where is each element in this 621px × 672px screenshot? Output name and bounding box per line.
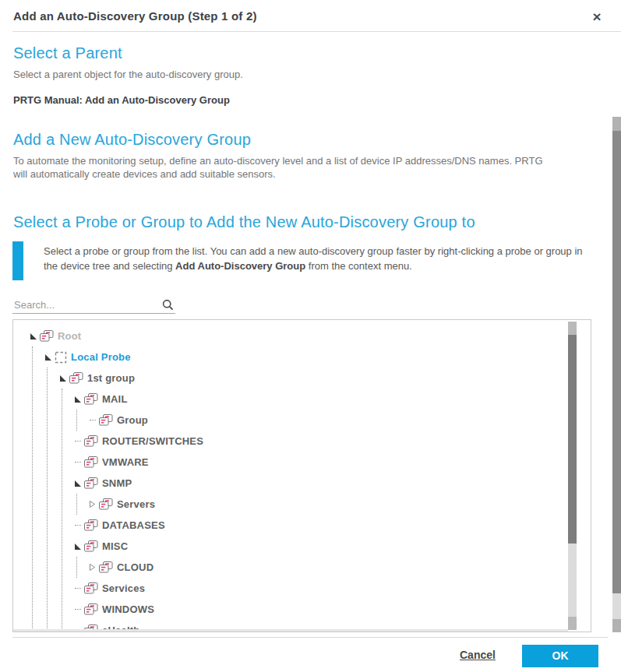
tree-scrollbar-track[interactable]	[568, 544, 577, 617]
group-icon	[69, 372, 83, 384]
tree-elbow-connector	[73, 515, 82, 536]
info-text-bold: Add Auto-Discovery Group	[175, 260, 305, 272]
collapse-icon[interactable]	[44, 347, 52, 368]
collapse-icon[interactable]	[73, 389, 82, 410]
search-input[interactable]	[12, 299, 145, 311]
tree-item-mail[interactable]: MAIL	[73, 389, 591, 410]
group-icon	[84, 393, 98, 405]
tree-scrollbar-top-cap[interactable]	[568, 322, 577, 335]
group-icon	[84, 540, 98, 552]
page-scrollbar-top-cap[interactable]	[612, 117, 621, 131]
tree-node-label[interactable]: MAIL	[102, 393, 128, 405]
page-scrollbar-track[interactable]	[612, 593, 621, 619]
collapse-icon[interactable]	[29, 325, 37, 347]
add-group-description: To automate the monitoring setup, define…	[13, 154, 551, 181]
section-heading-add-group: Add a New Auto-Discovery Group	[13, 131, 251, 149]
tree-scrollbar-thumb[interactable]	[568, 335, 577, 544]
device-tree: RootLocal Probe1st groupMAILGroupROUTER/…	[13, 320, 591, 632]
tree-node-label[interactable]: ROUTER/SWITCHES	[102, 435, 203, 447]
page-scrollbar[interactable]	[612, 117, 621, 632]
group-icon	[99, 561, 113, 573]
close-icon[interactable]: ×	[587, 8, 606, 26]
group-icon	[99, 498, 113, 510]
tree-item-router-switches[interactable]: ROUTER/SWITCHES	[73, 431, 591, 452]
group-icon	[84, 582, 98, 594]
info-box: Select a probe or group from the list. Y…	[12, 241, 589, 280]
tree-item-services[interactable]: Services	[73, 578, 591, 599]
page-scrollbar-bottom-cap[interactable]	[612, 619, 621, 632]
info-text-after: from the context menu.	[305, 260, 412, 272]
tree-item-databases[interactable]: DATABASES	[73, 515, 591, 536]
tree-node-label[interactable]: Servers	[117, 498, 155, 510]
group-icon	[84, 477, 98, 489]
tree-elbow-connector	[73, 452, 82, 473]
group-icon	[84, 519, 98, 531]
tree-node-label[interactable]: Services	[102, 582, 145, 594]
tree-elbow-connector	[73, 578, 82, 599]
device-tree-panel[interactable]: RootLocal Probe1st groupMAILGroupROUTER/…	[12, 319, 591, 632]
tree-item-local-probe[interactable]: Local Probe	[44, 347, 591, 368]
tree-node-label[interactable]: MISC	[102, 540, 128, 552]
dialog-title: Add an Auto-Discovery Group (Step 1 of 2…	[13, 9, 257, 23]
tree-item-1st-group[interactable]: 1st group	[58, 368, 591, 389]
tree-item-cloud[interactable]: CLOUD	[88, 557, 591, 578]
tree-node-label[interactable]: VMWARE	[102, 456, 149, 468]
tree-node-label[interactable]: Local Probe	[71, 351, 131, 363]
prtg-manual-link[interactable]: PRTG Manual: Add an Auto-Discovery Group	[13, 94, 230, 106]
group-icon	[84, 603, 98, 615]
tree-node-label[interactable]: SNMP	[102, 477, 132, 489]
tree-scrollbar-bottom-cap[interactable]	[568, 617, 577, 630]
tree-item-servers[interactable]: Servers	[88, 494, 591, 515]
group-icon	[84, 456, 98, 468]
group-icon	[40, 330, 54, 342]
tree-item-snmp[interactable]: SNMP	[73, 473, 591, 494]
header-divider	[12, 31, 621, 32]
tree-elbow-connector	[73, 599, 82, 620]
tree-node-label[interactable]: WINDOWS	[102, 603, 154, 615]
search-icon[interactable]	[162, 299, 174, 311]
ok-button[interactable]: OK	[522, 645, 598, 667]
section-heading-select-parent: Select a Parent	[13, 44, 122, 62]
expand-icon[interactable]	[88, 494, 97, 515]
collapse-icon[interactable]	[73, 536, 82, 557]
tree-node-label[interactable]: Group	[117, 414, 148, 426]
group-icon	[84, 435, 98, 447]
section-heading-select-probe: Select a Probe or Group to Add the New A…	[13, 213, 475, 231]
tree-node-label[interactable]: 1st group	[87, 372, 135, 384]
info-text: Select a probe or group from the list. Y…	[44, 241, 583, 280]
tree-item-root[interactable]: Root	[29, 325, 591, 347]
select-parent-description: Select a parent object for the auto-disc…	[13, 68, 243, 81]
collapse-icon[interactable]	[73, 473, 82, 494]
collapse-icon[interactable]	[58, 368, 67, 389]
tree-elbow-connector	[88, 410, 97, 431]
info-accent-bar	[12, 241, 23, 280]
tree-scrollbar-vertical[interactable]	[568, 322, 577, 630]
tree-node-label[interactable]: DATABASES	[102, 519, 165, 531]
tree-elbow-connector	[73, 431, 82, 452]
tree-item-windows[interactable]: WINDOWS	[73, 599, 591, 620]
tree-item-misc[interactable]: MISC	[73, 536, 591, 557]
page-scrollbar-thumb[interactable]	[612, 131, 621, 593]
tree-scrollbar-horizontal[interactable]	[13, 629, 568, 632]
search-field[interactable]	[12, 296, 175, 314]
footer-divider	[12, 637, 608, 638]
tree-node-label[interactable]: Root	[58, 330, 81, 342]
expand-icon[interactable]	[88, 557, 97, 578]
tree-item-group[interactable]: Group	[88, 410, 591, 431]
tree-node-label[interactable]: CLOUD	[117, 561, 153, 573]
cancel-button[interactable]: Cancel	[460, 649, 496, 661]
tree-item-vmware[interactable]: VMWARE	[73, 452, 591, 473]
group-icon	[99, 414, 113, 426]
probe-icon	[55, 351, 67, 364]
